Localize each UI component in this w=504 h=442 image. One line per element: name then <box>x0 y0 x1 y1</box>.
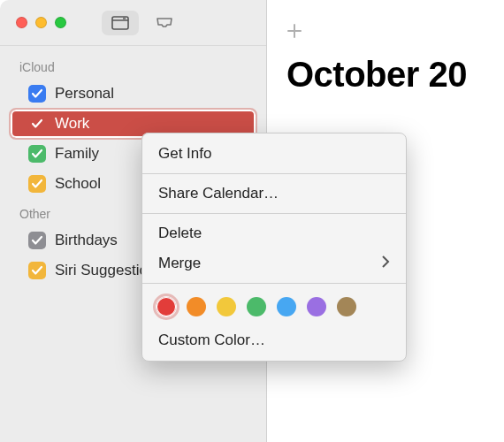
color-swatch[interactable] <box>247 297 266 316</box>
inbox-button[interactable] <box>146 11 183 35</box>
svg-rect-2 <box>123 18 126 19</box>
plus-icon <box>286 23 302 39</box>
toolbar <box>102 11 183 35</box>
calendar-checkbox[interactable] <box>28 145 46 163</box>
calendar-view-button[interactable] <box>102 11 139 35</box>
color-swatch[interactable] <box>277 297 296 316</box>
menu-share-label: Share Calendar… <box>158 185 279 202</box>
menu-custom-color-label: Custom Color… <box>158 332 265 349</box>
window-controls <box>16 17 66 28</box>
svg-rect-0 <box>112 17 128 29</box>
section-header: iCloud <box>0 53 266 78</box>
calendar-label: Personal <box>55 85 114 103</box>
menu-separator <box>142 283 406 284</box>
menu-separator <box>142 173 406 174</box>
close-window-button[interactable] <box>16 17 27 28</box>
menu-custom-color[interactable]: Custom Color… <box>142 325 406 355</box>
calendar-label: Family <box>55 145 99 163</box>
calendar-icon <box>111 16 129 30</box>
calendar-checkbox[interactable] <box>28 232 46 249</box>
calendar-checkbox[interactable] <box>28 85 46 103</box>
menu-delete[interactable]: Delete <box>142 218 406 248</box>
calendar-label: Birthdays <box>55 232 118 249</box>
menu-get-info-label: Get Info <box>158 145 211 163</box>
add-event-button[interactable] <box>286 23 302 39</box>
menu-merge-label: Merge <box>158 255 201 272</box>
color-swatches <box>142 288 406 325</box>
color-swatch[interactable] <box>187 297 206 316</box>
minimize-window-button[interactable] <box>35 17 47 28</box>
color-swatch[interactable] <box>217 297 236 316</box>
calendar-checkbox[interactable] <box>28 175 46 193</box>
titlebar <box>0 0 266 46</box>
calendar-item-personal[interactable]: Personal <box>11 80 256 108</box>
calendar-label: Work <box>55 115 89 133</box>
context-menu: Get Info Share Calendar… Delete Merge Cu… <box>141 133 407 362</box>
menu-share-calendar[interactable]: Share Calendar… <box>142 179 406 209</box>
menu-delete-label: Delete <box>158 225 202 242</box>
calendar-checkbox[interactable] <box>28 115 46 133</box>
calendar-window: iCloudPersonalWorkFamilySchoolOtherBirth… <box>0 0 504 442</box>
month-title: October 20 <box>286 55 485 95</box>
color-swatch[interactable] <box>337 297 356 316</box>
menu-separator <box>142 213 406 214</box>
menu-merge[interactable]: Merge <box>142 248 406 278</box>
chevron-right-icon <box>381 255 390 272</box>
inbox-icon <box>156 16 173 30</box>
calendar-checkbox[interactable] <box>28 262 46 279</box>
color-swatch[interactable] <box>307 297 326 316</box>
calendar-label: School <box>55 175 101 193</box>
menu-get-info[interactable]: Get Info <box>142 139 406 169</box>
zoom-window-button[interactable] <box>55 17 66 28</box>
color-swatch[interactable] <box>157 297 176 316</box>
